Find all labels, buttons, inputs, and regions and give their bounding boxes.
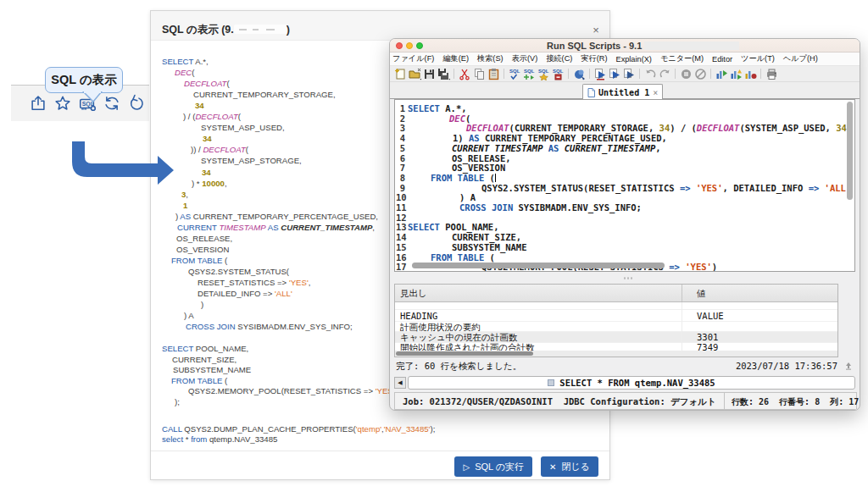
sql-editor[interactable]: 1SELECT A.*,2DEC(3DECFLOAT(CURRENT_TEMPO…	[394, 99, 855, 272]
menu-5[interactable]: 接続(C)	[546, 53, 572, 64]
explain-run-icon[interactable]	[729, 67, 743, 80]
save-icon[interactable]	[422, 67, 436, 80]
run-selected-icon[interactable]	[608, 67, 621, 80]
save-all-icon[interactable]	[437, 67, 450, 80]
menu-7[interactable]: Explain(X)	[616, 55, 652, 64]
editor-line-3: 3DECFLOAT(CURRENT_TEMPORARY_STORAGE, 34)…	[396, 123, 847, 133]
undo-icon[interactable]	[643, 67, 657, 80]
format-icon[interactable]	[572, 67, 586, 80]
copy-icon[interactable]	[472, 67, 486, 80]
explain-stmt-icon[interactable]	[743, 67, 757, 80]
sql-check-icon[interactable]: SQL	[508, 67, 521, 80]
toolbar-separator	[568, 69, 569, 79]
minimize-light-icon[interactable]	[406, 42, 413, 49]
close-light-icon[interactable]	[396, 42, 403, 49]
dialog-sql-line: SYSTEM_ASP_STORAGE,	[201, 156, 302, 167]
stop-icon[interactable]	[679, 67, 693, 80]
menu-4[interactable]: 表示(V)	[512, 53, 538, 64]
menu-3[interactable]: 検索(S)	[477, 53, 504, 64]
editor-line-16: 16FROM TABLE (	[396, 252, 495, 263]
status-row: 完了: 60 行を検索しました。 2023/07/18 17:36:57	[395, 361, 854, 373]
sql-stop-icon[interactable]: SQL	[551, 67, 565, 80]
editor-line-11: 11CROSS JOIN SYSIBMADM.ENV_SYS_INFO;	[396, 202, 642, 213]
toolbar-separator	[589, 69, 590, 79]
current-statement-field[interactable]: SELECT * FROM qtemp.NAV_33485	[408, 376, 855, 390]
open-icon[interactable]	[408, 67, 421, 80]
editor-line-6: 6OS_RELEASE,	[396, 153, 511, 163]
dialog-sql-line: CURRENT_TEMPORARY_STORAGE,	[193, 90, 336, 101]
dialog-sql-line: SELECT POOL_NAME,	[162, 344, 248, 355]
dialog-sql-line: )) / DECFLOAT(	[191, 145, 248, 156]
dialog-title: SQL の表示 (9.)	[162, 23, 290, 37]
column-header-value[interactable]: 値	[697, 288, 706, 300]
statement-icon	[548, 379, 554, 386]
pin-icon[interactable]	[844, 362, 853, 370]
run-from-icon[interactable]	[622, 67, 636, 80]
menu-9[interactable]: Editor	[712, 55, 732, 64]
toolbar-separator	[504, 69, 504, 79]
explain-icon[interactable]	[715, 67, 728, 80]
dialog-sql-line: OS_RELEASE,	[176, 234, 232, 245]
share-icon[interactable]	[29, 94, 47, 113]
menu-2[interactable]: 編集(E)	[442, 53, 469, 64]
run-sql-button[interactable]: ▷SQL の実行	[454, 456, 532, 477]
result-row-1[interactable]	[395, 302, 837, 310]
print-icon[interactable]	[765, 67, 778, 80]
refresh-icon[interactable]	[103, 94, 121, 113]
menu-bar: ファイル(F)編集(E)検索(S)表示(V)接続(C)実行(R)Explain(…	[390, 53, 860, 66]
dialog-sql-line: ) * 10000,	[192, 179, 227, 190]
tab-bar: Untitled 1 ×	[390, 82, 860, 99]
cursor-position-info: 行数: 26 行番号: 8 列: 17	[732, 396, 859, 408]
editor-vertical-scrollbar[interactable]	[847, 102, 853, 200]
reset-icon[interactable]	[127, 94, 146, 113]
tooltip-tail	[81, 91, 103, 102]
toolbar: SQLSQLSQLSQL	[390, 66, 860, 82]
results-horizontal-scrollbar[interactable]	[395, 351, 837, 357]
zoom-light-icon[interactable]	[416, 42, 423, 49]
result-row-2[interactable]: HEADINGVALUE	[395, 311, 837, 322]
results-table[interactable]: 見出し 値 HEADINGVALUE計画使用状況の要約キャッシュ中の現在の計画数…	[394, 284, 838, 357]
dialog-close-icon[interactable]: ×	[589, 24, 603, 37]
star-icon[interactable]	[53, 94, 72, 113]
close-button[interactable]: ✕閉じる	[541, 456, 598, 477]
cut-icon[interactable]	[458, 67, 471, 80]
toolbar-separator	[710, 69, 711, 79]
tab-close-icon[interactable]: ×	[653, 88, 658, 97]
editor-line-13: 13SELECT POOL_NAME,	[396, 222, 498, 232]
menu-8[interactable]: モニター(M)	[660, 53, 704, 64]
run-icon: ▷	[463, 462, 470, 472]
new-file-icon[interactable]	[393, 67, 407, 80]
window-titlebar[interactable]: Run SQL Scripts - 9.1	[390, 39, 860, 53]
results-scrollbar-thumb[interactable]	[396, 351, 533, 356]
dialog-sql-line: CROSS JOIN SYSIBMADM.ENV_SYS_INFO;	[186, 322, 353, 333]
dialog-sql-line: QSYS2.MEMORY_POOL(RESET_STATISTICS => 'Y…	[188, 386, 393, 397]
menu-11[interactable]: ヘルプ(H)	[783, 53, 818, 64]
dialog-sql-line: DECFLOAT(	[184, 79, 230, 90]
menu-6[interactable]: 実行(R)	[581, 53, 607, 64]
dialog-sql-line: FROM TABLE (	[171, 376, 227, 387]
sql-run-icon[interactable]: SQL	[522, 67, 536, 80]
result-row-3[interactable]: 計画使用状況の要約	[395, 322, 837, 332]
dialog-sql-line: )	[201, 300, 203, 311]
splitter-handle[interactable]	[390, 272, 860, 284]
column-divider-body	[682, 302, 682, 351]
tab-untitled-1[interactable]: Untitled 1 ×	[582, 84, 663, 100]
cancel-icon[interactable]	[693, 67, 707, 80]
window-title: Run SQL Scripts - 9.1	[547, 41, 739, 51]
column-header-heading[interactable]: 見出し	[400, 288, 427, 300]
dialog-sql-line: 34	[202, 168, 211, 179]
dialog-sql-line: QSYS2.SYSTEM_STATUS(	[188, 267, 289, 278]
paste-icon[interactable]	[487, 67, 500, 80]
sql-star-icon[interactable]: SQL	[537, 67, 550, 80]
editor-horizontal-scrollbar[interactable]	[412, 263, 665, 268]
statement-history-row: ◀ SELECT * FROM qtemp.NAV_33485	[394, 376, 857, 390]
run-all-icon[interactable]	[593, 67, 607, 80]
menu-1[interactable]: ファイル(F)	[392, 53, 434, 64]
job-bar-divider	[724, 393, 725, 409]
dialog-sql-line: ) AS CURRENT_TEMPORARY_PERCENTAGE_USED,	[175, 212, 378, 223]
dialog-sql-line: DEC(	[175, 68, 194, 79]
editor-line-12: 12	[396, 213, 408, 223]
menu-10[interactable]: ツール(T)	[741, 53, 775, 64]
previous-statement-button[interactable]: ◀	[394, 377, 406, 389]
redo-icon[interactable]	[658, 67, 671, 80]
